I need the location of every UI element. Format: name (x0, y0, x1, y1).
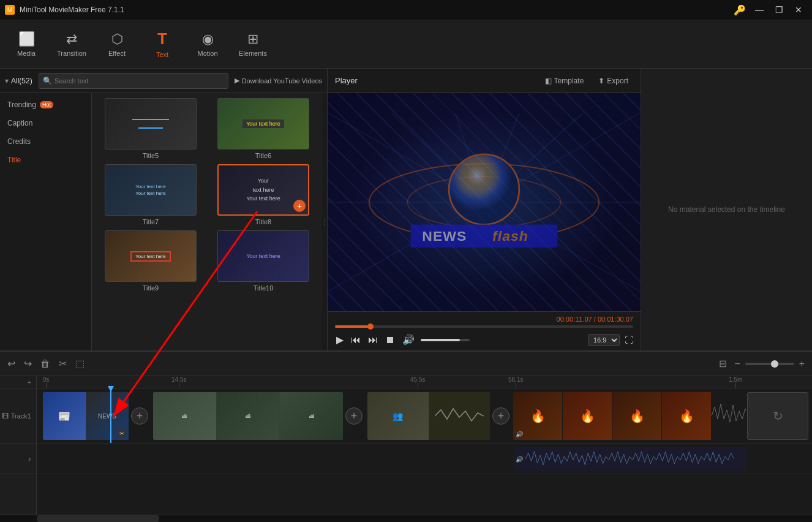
template-button[interactable]: ◧ Template (540, 74, 589, 88)
zoom-controls: ⊟ − + (716, 355, 807, 372)
title7-thumb[interactable]: Your text hereYour text here (105, 164, 197, 216)
title6-text: Your text here (242, 119, 284, 128)
app-icon: M (5, 5, 15, 15)
title-bar-controls: — ❐ ✕ (751, 1, 807, 18)
add-clip-icon-2[interactable]: + (345, 407, 363, 425)
clip-1[interactable]: 📰 NEWS ✂ (43, 392, 129, 440)
add-track-icon[interactable]: + (28, 379, 31, 386)
sidebar-item-trending[interactable]: Trending Hot (0, 96, 91, 114)
delete-button[interactable]: 🗑 (38, 356, 53, 372)
add-zone-1[interactable]: + (129, 392, 151, 440)
template-icon: ◧ (545, 77, 552, 85)
list-item[interactable]: Your text hereYour text here Title7 (97, 164, 205, 225)
list-item[interactable]: Title5 (97, 98, 205, 159)
key-icon[interactable]: 🔑 (734, 4, 746, 16)
toolbar: ⬜ Media ⇄ Transition ⬡ Effect T Text ◉ M… (0, 20, 812, 69)
transition-button[interactable]: ⇄ Transition (50, 23, 93, 66)
play-button[interactable]: ▶ (335, 333, 345, 347)
effect-icon: ⬡ (111, 31, 123, 47)
fullscreen-button[interactable]: ⛶ (625, 335, 633, 345)
panel-resize-handle[interactable] (322, 93, 327, 350)
cut-button[interactable]: ✂ (56, 355, 69, 372)
title7-text: Your text hereYour text here (135, 183, 166, 197)
add-zone-2[interactable]: + (343, 392, 365, 440)
stop-button[interactable]: ⏹ (384, 333, 396, 347)
list-item[interactable]: Your text here Title9 (97, 230, 205, 292)
playhead[interactable] (110, 388, 111, 443)
all-label: ▾ All(52) (5, 77, 32, 85)
zoom-handle[interactable] (771, 360, 778, 368)
ruler-time-56: 56.1s (508, 376, 523, 383)
elements-icon: ⊞ (247, 31, 258, 47)
time-display: 00:00:11.07 / 00:01:30.07 (335, 316, 633, 323)
search-icon: 🔍 (43, 77, 52, 85)
minimize-button[interactable]: — (751, 1, 768, 18)
redo-button[interactable]: ↪ (21, 355, 34, 372)
scrollbar-thumb[interactable] (37, 515, 159, 522)
title-bar: M MiniTool MovieMaker Free 7.1.1 🔑 — ❐ ✕ (0, 0, 812, 20)
list-item[interactable]: Your text here Title10 (209, 230, 317, 292)
search-input[interactable] (55, 77, 224, 85)
video-display: NEWS flash (328, 93, 641, 311)
clip-2[interactable]: 🏙 🏙 🏙 (153, 392, 343, 440)
add-clip-icon-3[interactable]: + (492, 407, 509, 425)
ruler-mark-56s: 56.1s (508, 376, 523, 388)
progress-bar[interactable] (335, 325, 633, 328)
titles-grid: Title5 Your text here Title6 Your text h… (92, 93, 322, 350)
next-button[interactable]: ⏭ (367, 333, 379, 347)
title10-thumb[interactable]: Your text here (217, 230, 309, 282)
horizontal-scrollbar[interactable] (0, 515, 812, 522)
elements-button[interactable]: ⊞ Elements (231, 23, 274, 66)
add-clip-icon-1[interactable]: + (131, 407, 148, 425)
list-item[interactable]: Your text here Title6 (209, 98, 317, 159)
ruler-mark-1m: 1.5m (729, 376, 742, 388)
aspect-ratio-select[interactable]: 16:9 4:3 1:1 (588, 334, 620, 346)
clip-placeholder[interactable]: ↻ (747, 392, 808, 440)
progress-fill (335, 325, 370, 328)
svg-text:flash: flash (492, 228, 528, 244)
list-item[interactable]: Yourtext hereYour text here + Title8 (209, 164, 317, 225)
main-area: ▾ All(52) 🔍 ▶ Download YouTube Videos Tr… (0, 69, 812, 350)
crop-button[interactable]: ⬚ (73, 355, 87, 372)
close-button[interactable]: ✕ (790, 1, 807, 18)
search-box: 🔍 (39, 73, 228, 89)
fit-button[interactable]: ⊟ (716, 355, 729, 372)
zoom-in-button[interactable]: + (797, 356, 807, 372)
text-button[interactable]: T Text (141, 23, 184, 66)
prev-button[interactable]: ⏮ (350, 333, 362, 347)
title6-thumb[interactable]: Your text here (217, 98, 309, 149)
volume-bar[interactable] (421, 339, 470, 341)
restore-button[interactable]: ❐ (770, 1, 788, 18)
effect-label: Effect (108, 50, 126, 57)
export-button[interactable]: ⬆ Export (593, 74, 633, 88)
zoom-slider[interactable] (745, 363, 794, 365)
chevron-down-icon[interactable]: ▾ (5, 77, 9, 85)
undo-button[interactable]: ↩ (5, 355, 18, 372)
media-button[interactable]: ⬜ Media (5, 23, 48, 66)
download-youtube-button[interactable]: ▶ Download YouTube Videos (235, 77, 323, 85)
track1-row: 📰 NEWS ✂ + 🏙 🏙 🏙 (37, 388, 812, 444)
title9-thumb[interactable]: Your text here (105, 230, 197, 282)
sidebar-item-caption[interactable]: Caption (0, 114, 91, 132)
clip-3[interactable]: 👥 (367, 392, 490, 440)
effect-button[interactable]: ⬡ Effect (96, 23, 138, 66)
volume-fill (421, 339, 460, 341)
title5-thumb[interactable] (105, 98, 197, 149)
title8-thumb[interactable]: Yourtext hereYour text here + (217, 164, 309, 216)
current-time: 00:00:11.07 (557, 316, 592, 323)
people-thumb: 👥 (367, 392, 429, 440)
ruler-label: + (0, 376, 36, 388)
city-thumb-3: 🏙 (280, 392, 343, 440)
svg-point-12 (449, 154, 519, 225)
timeline-tracks[interactable]: 0s 14.5s 45.5s 56.1s 1.5m (37, 376, 812, 515)
add-title8-button[interactable]: + (293, 200, 306, 212)
progress-handle[interactable] (367, 323, 374, 330)
motion-button[interactable]: ◉ Motion (186, 23, 229, 66)
sidebar-item-title[interactable]: Title (0, 151, 91, 169)
clip-4[interactable]: 🔥 🔥 🔥 🔥 🔊 (513, 392, 746, 440)
add-zone-3[interactable]: + (490, 392, 512, 440)
sidebar-item-credits[interactable]: Credits (0, 132, 91, 151)
zoom-out-button[interactable]: − (732, 356, 742, 372)
volume-button[interactable]: 🔊 (401, 333, 416, 347)
ruler-time-1m: 1.5m (729, 376, 742, 383)
